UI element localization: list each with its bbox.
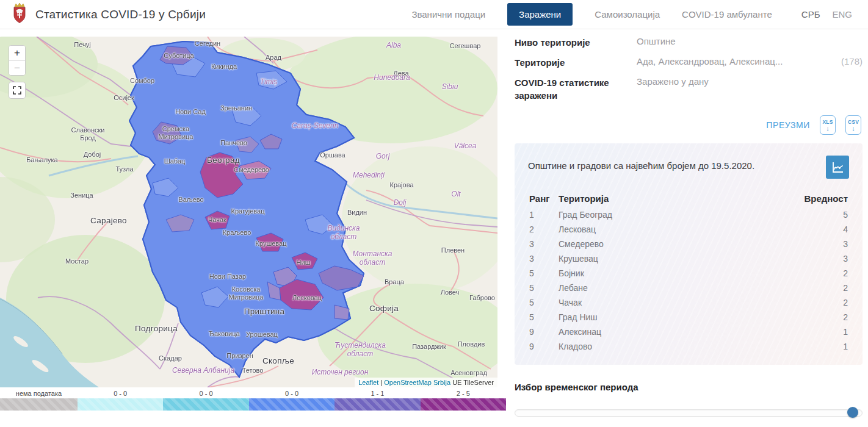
serbia-coat-of-arms-logo: [11, 2, 28, 27]
leaflet-link[interactable]: Leaflet: [358, 379, 378, 386]
filter-value-dropdown[interactable]: Ада, Александровац, Алексинац...: [637, 56, 841, 66]
lang-srb[interactable]: СРБ: [801, 9, 820, 20]
map-zoom-control: + −: [9, 45, 26, 76]
line-chart-toggle-button[interactable]: [826, 156, 849, 179]
map-attribution: Leaflet | OpenStreetMap Srbija UE TileSe…: [355, 378, 497, 387]
rank-cell: 5: [529, 312, 559, 322]
app-title: Статистика COVID-19 у Србији: [35, 8, 206, 21]
legend-swatch: [163, 398, 248, 411]
main-nav: Званични подациЗаражениСамоизолацијаCOVI…: [411, 3, 772, 26]
lang-eng[interactable]: ENG: [832, 9, 852, 20]
territory-column-header: Територија: [559, 193, 804, 204]
value-cell: 2: [843, 268, 848, 278]
filter-count: (178): [841, 56, 863, 66]
value-cell: 3: [843, 239, 848, 249]
settings-panel: Ниво територијеОпштинеТериторијеАда, Але…: [515, 29, 863, 418]
time-period-title: Избор временског периода: [515, 382, 863, 392]
slider-handle[interactable]: [847, 407, 858, 418]
value-cell: 4: [843, 224, 848, 234]
table-row: 9Алексинац1: [528, 325, 849, 339]
legend-item: нема података: [0, 389, 78, 411]
filter-value-dropdown[interactable]: Заражено у дану: [637, 76, 863, 87]
legend-swatch: [249, 398, 335, 411]
legend-swatch: [421, 398, 506, 411]
ranking-card-header: Општине и градови са највећим бројем до …: [528, 156, 849, 179]
territory-cell: Град Ниш: [559, 312, 843, 322]
legend-item: 1 - 1: [335, 389, 420, 411]
value-cell: 5: [843, 210, 848, 220]
download-row: ПРЕУЗМИ XLS ↓ CSV ↓: [515, 115, 861, 135]
rank-cell: 9: [529, 327, 559, 337]
openstreetmap-link[interactable]: OpenStreetMap Srbija: [384, 379, 450, 386]
territory-cell: Бојник: [559, 268, 843, 278]
download-link[interactable]: ПРЕУЗМИ: [766, 120, 810, 130]
value-cell: 2: [843, 312, 848, 322]
legend-swatch: [78, 398, 163, 411]
table-row: 3Крушевац3: [528, 251, 849, 266]
rank-cell: 5: [529, 268, 559, 278]
legend-item: 0 - 0: [78, 389, 163, 411]
nav-item-ambulances[interactable]: COVID-19 амбуланте: [682, 9, 772, 20]
filter-label: Ниво територије: [515, 36, 637, 49]
ranking-table-header: Ранг Територија Вредност: [528, 193, 849, 207]
territory-cell: Алексинац: [559, 327, 843, 337]
legend-label: 0 - 0: [78, 389, 163, 398]
legend-label: 0 - 0: [163, 389, 248, 398]
table-row: 5Чачак2: [528, 295, 849, 310]
value-cell: 3: [843, 254, 848, 264]
filter-summary: Ниво територијеОпштинеТериторијеАда, Але…: [515, 32, 863, 106]
download-csv-button[interactable]: CSV ↓: [845, 115, 861, 135]
app-header: Статистика COVID-19 у Србији Званични по…: [0, 0, 868, 29]
legend-label: 0 - 0: [249, 389, 335, 398]
ranking-card-title: Општине и градови са највећим бројем до …: [528, 156, 754, 172]
territory-cell: Град Београд: [559, 210, 843, 220]
time-period-slider[interactable]: [515, 407, 863, 418]
map-zoom-out-button[interactable]: −: [9, 60, 25, 75]
rank-cell: 3: [529, 239, 559, 249]
table-row: 3Смедерево3: [528, 237, 849, 251]
value-column-header: Вредност: [804, 193, 848, 204]
download-arrow-icon: ↓: [852, 126, 855, 131]
attribution-separator: |: [380, 379, 382, 386]
territory-cell: Кладово: [559, 342, 843, 351]
map-fullscreen-button[interactable]: [9, 82, 26, 99]
territory-cell: Лесковац: [559, 224, 843, 234]
filter-row: COVID-19 статистике заражениЗаражено у д…: [515, 73, 863, 106]
legend-swatch: [335, 398, 420, 411]
download-xls-button[interactable]: XLS ↓: [820, 115, 836, 135]
rank-cell: 5: [529, 298, 559, 307]
table-row: 1Град Београд5: [528, 207, 849, 222]
fullscreen-icon: [12, 85, 22, 95]
map-legend: нема података0 - 00 - 00 - 01 - 12 - 5: [0, 389, 506, 411]
value-cell: 1: [843, 327, 848, 337]
filter-row: Ниво територијеОпштине: [515, 32, 863, 52]
nav-item-official-data[interactable]: Званични подаци: [411, 9, 485, 20]
map[interactable]: ПечујСегединСегешварАрадДеваAlbaHunedoar…: [0, 37, 497, 387]
rank-cell: 2: [529, 224, 559, 234]
filter-label: Територије: [515, 56, 637, 69]
table-row: 5Лебане2: [528, 281, 849, 295]
rank-cell: 3: [529, 254, 559, 264]
slider-track[interactable]: [515, 409, 863, 417]
legend-label: нема података: [0, 389, 78, 398]
territory-cell: Крушевац: [559, 254, 843, 264]
line-chart-icon: [830, 160, 845, 174]
map-zoom-in-button[interactable]: +: [9, 46, 25, 60]
value-cell: 2: [843, 298, 848, 307]
legend-item: 0 - 0: [163, 389, 248, 411]
legend-item: 0 - 0: [249, 389, 335, 411]
rank-cell: 5: [529, 283, 559, 293]
legend-label: 1 - 1: [335, 389, 420, 398]
legend-label: 2 - 5: [421, 389, 506, 398]
nav-item-infected[interactable]: Заражени: [507, 3, 573, 26]
map-canvas[interactable]: [0, 37, 497, 387]
covid-dashboard: Статистика COVID-19 у Србији Званични по…: [0, 0, 868, 427]
filter-value-dropdown[interactable]: Општине: [637, 36, 863, 46]
nav-item-self-isolation[interactable]: Самоизолација: [595, 9, 660, 20]
filter-label: COVID-19 статистике заражени: [515, 76, 637, 102]
ranking-card: Општине и градови са највећим бројем до …: [515, 143, 863, 365]
legend-item: 2 - 5: [421, 389, 506, 411]
territory-cell: Лебане: [559, 283, 843, 293]
main-content: ПечујСегединСегешварАрадДеваAlbaHunedoar…: [0, 29, 868, 418]
territory-cell: Смедерево: [559, 239, 843, 249]
